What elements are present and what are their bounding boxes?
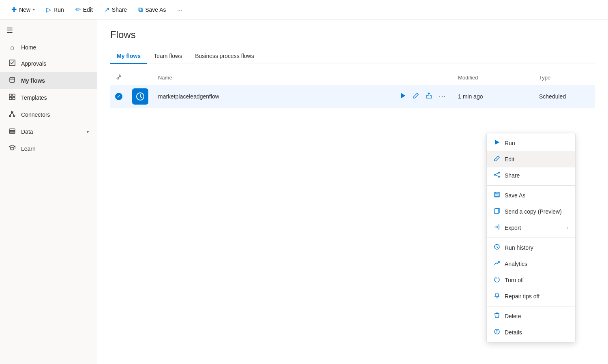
ctx-analytics[interactable]: Analytics — [487, 256, 575, 272]
ctx-delete-icon — [493, 312, 501, 320]
more-options-button[interactable]: ··· — [173, 4, 187, 15]
sidebar-item-label: Data — [21, 128, 33, 135]
ctx-details-icon — [493, 328, 501, 336]
sidebar-item-my-flows[interactable]: My flows — [0, 72, 97, 89]
plus-icon: ✚ — [11, 6, 17, 13]
ctx-send-copy[interactable]: Send a copy (Preview) — [487, 203, 575, 220]
ctx-delete[interactable]: Delete — [487, 308, 575, 324]
run-icon: ▷ — [46, 6, 51, 13]
th-pin — [110, 71, 127, 85]
svg-rect-4 — [13, 97, 15, 100]
row-more-button[interactable]: ⋯ — [436, 90, 448, 103]
sidebar-item-label: Templates — [21, 94, 47, 101]
row-action-buttons: ⋯ — [397, 90, 448, 103]
data-icon — [8, 127, 16, 136]
ctx-details-label: Details — [505, 329, 522, 336]
ctx-turn-off-icon — [493, 276, 501, 284]
ctx-analytics-label: Analytics — [505, 261, 527, 267]
ctx-save-as-label: Save As — [505, 192, 525, 199]
svg-point-30 — [497, 330, 497, 330]
svg-point-7 — [13, 115, 15, 117]
row-edit-button[interactable] — [410, 91, 422, 102]
ctx-edit[interactable]: Edit — [487, 151, 575, 167]
toolbar: ✚ New ▾ ▷ Run ✏ Edit ↗ Share ⧉ Save As ·… — [0, 0, 608, 19]
share-button[interactable]: ↗ Share — [99, 3, 132, 16]
context-menu: Run Edit Share — [486, 133, 576, 343]
svg-rect-12 — [9, 132, 15, 133]
ctx-divider-2 — [487, 238, 575, 238]
share-icon: ↗ — [104, 6, 109, 13]
svg-point-17 — [499, 172, 500, 173]
ctx-repair-tips-label: Repair tips off — [505, 293, 539, 300]
main-layout: ☰ ⌂ Home Approvals My flows — [0, 19, 608, 364]
run-label: Run — [54, 6, 64, 13]
svg-rect-25 — [495, 209, 499, 214]
ctx-repair-tips[interactable]: Repair tips off — [487, 288, 575, 304]
sidebar-item-connectors[interactable]: Connectors — [0, 106, 97, 123]
sidebar-item-label: Approvals — [21, 60, 46, 67]
ctx-export-icon — [493, 224, 501, 232]
sidebar-item-label: Connectors — [21, 111, 50, 118]
ctx-export[interactable]: Export › — [487, 220, 575, 236]
ctx-send-copy-label: Send a copy (Preview) — [505, 208, 562, 215]
new-button[interactable]: ✚ New ▾ — [6, 3, 40, 16]
svg-point-19 — [495, 174, 496, 176]
ctx-divider-1 — [487, 185, 575, 186]
ctx-share[interactable]: Share — [487, 167, 575, 184]
th-type: Type — [534, 71, 595, 85]
save-as-icon: ⧉ — [138, 6, 143, 13]
ctx-divider-3 — [487, 306, 575, 306]
th-name: Name — [153, 71, 392, 85]
svg-point-6 — [9, 115, 11, 117]
ctx-delete-label: Delete — [505, 313, 521, 319]
sidebar-toggle[interactable]: ☰ — [0, 23, 97, 38]
content-inner: Flows My flows Team flows Business proce… — [97, 19, 608, 118]
tab-business-process-flows[interactable]: Business process flows — [188, 49, 261, 64]
edit-button[interactable]: ✏ Edit — [71, 3, 98, 16]
content-area: Flows My flows Team flows Business proce… — [97, 19, 608, 364]
th-modified: Modified — [453, 71, 534, 85]
more-icon: ··· — [178, 6, 182, 13]
sidebar-item-label: Home — [21, 44, 36, 51]
sidebar-item-data[interactable]: Data ▾ — [0, 123, 97, 140]
sidebar-item-home[interactable]: ⌂ Home — [0, 40, 97, 55]
svg-rect-22 — [495, 192, 499, 197]
sidebar-item-templates[interactable]: Templates — [0, 89, 97, 106]
svg-rect-23 — [496, 192, 498, 194]
new-label: New — [19, 6, 30, 13]
pin-icon — [115, 75, 122, 81]
ctx-details[interactable]: Details — [487, 324, 575, 340]
row-share-button[interactable] — [423, 91, 435, 102]
save-as-button[interactable]: ⧉ Save As — [133, 4, 171, 16]
hamburger-icon[interactable]: ☰ — [6, 26, 13, 35]
svg-line-20 — [495, 173, 498, 174]
row-run-button[interactable] — [397, 91, 409, 102]
svg-point-5 — [11, 111, 13, 113]
tab-my-flows[interactable]: My flows — [110, 49, 147, 64]
svg-line-21 — [495, 175, 498, 176]
ctx-run-icon — [493, 139, 501, 147]
ctx-run[interactable]: Run — [487, 135, 575, 151]
row-name: marketplaceleadgenflow — [153, 85, 392, 108]
ctx-save-as[interactable]: Save As — [487, 187, 575, 203]
home-icon: ⌂ — [8, 44, 16, 51]
ctx-run-history[interactable]: Run history — [487, 240, 575, 256]
ctx-export-label: Export — [505, 225, 521, 231]
svg-marker-15 — [401, 93, 405, 98]
flow-clock-icon — [132, 88, 148, 105]
th-actions — [392, 71, 453, 85]
ctx-send-copy-icon — [493, 208, 501, 216]
my-flows-icon — [8, 76, 16, 85]
save-as-label: Save As — [145, 6, 166, 13]
svg-point-18 — [499, 176, 500, 178]
sidebar-item-approvals[interactable]: Approvals — [0, 55, 97, 72]
run-button[interactable]: ▷ Run — [41, 3, 69, 16]
tab-team-flows[interactable]: Team flows — [147, 49, 188, 64]
ctx-run-label: Run — [505, 140, 515, 146]
svg-marker-16 — [495, 140, 499, 145]
selected-check-icon: ✓ — [115, 93, 122, 100]
ctx-turn-off[interactable]: Turn off — [487, 272, 575, 288]
row-checkbox[interactable]: ✓ — [110, 85, 127, 108]
ctx-edit-label: Edit — [505, 156, 514, 163]
sidebar-item-learn[interactable]: Learn — [0, 140, 97, 157]
